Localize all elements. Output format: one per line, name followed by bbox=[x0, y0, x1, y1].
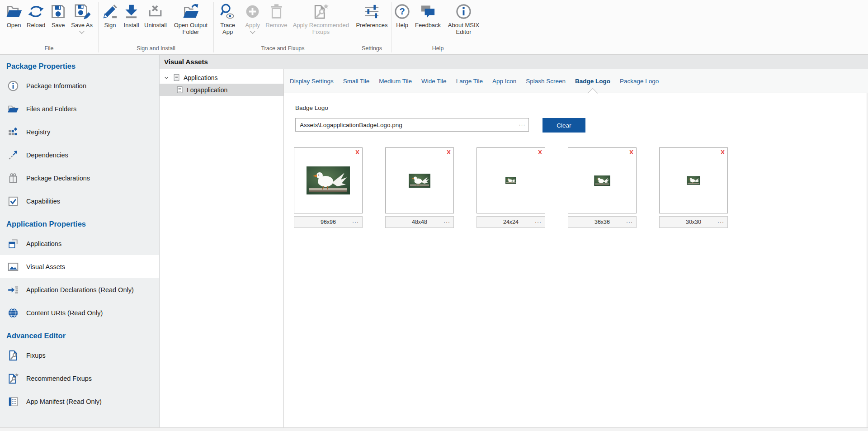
toolbar-button-label: Help bbox=[396, 22, 408, 28]
asset-size-label: 36x36 bbox=[594, 219, 610, 225]
toolbar-button-save[interactable]: Save bbox=[48, 2, 68, 29]
toolbar-button-apply[interactable]: Apply bbox=[242, 2, 263, 34]
toolbar-button-uninstall[interactable]: Uninstall bbox=[142, 2, 169, 29]
about-icon bbox=[455, 3, 472, 20]
toolbar-button-open-output-folder[interactable]: Open Output Folder bbox=[170, 2, 212, 36]
tab-package-logo[interactable]: Package Logo bbox=[620, 78, 659, 85]
tab-medium-tile[interactable]: Medium Tile bbox=[379, 78, 412, 85]
toolbar-button-help[interactable]: ?Help bbox=[392, 2, 412, 29]
visual-assets-icon bbox=[7, 261, 19, 273]
toolbar-button-reload[interactable]: Reload bbox=[25, 2, 47, 29]
sidebar-item-recommended-fixups[interactable]: Recommended Fixups bbox=[0, 367, 159, 390]
toolbar-button-remove[interactable]: Remove bbox=[264, 2, 289, 29]
tab-small-tile[interactable]: Small Tile bbox=[343, 78, 370, 85]
save-as-icon bbox=[74, 3, 90, 20]
asset-tab-bar: Display SettingsSmall TileMedium TileWid… bbox=[284, 69, 868, 93]
toolbar-button-feedback[interactable]: Feedback bbox=[413, 2, 443, 29]
sidebar-item-label: Fixups bbox=[26, 352, 46, 359]
tree-node-applications[interactable]: Applications bbox=[160, 71, 283, 84]
asset-card-48x48: X48x48··· bbox=[385, 147, 454, 228]
toolbar-button-label: Save bbox=[52, 22, 65, 28]
toolbar-button-preferences[interactable]: Preferences bbox=[354, 2, 389, 29]
remove-asset-icon[interactable]: X bbox=[538, 149, 542, 156]
toolbar-button-label: Trace App bbox=[216, 22, 240, 35]
dove-image bbox=[687, 176, 700, 185]
content-area: Display SettingsSmall TileMedium TileWid… bbox=[284, 69, 868, 427]
asset-options-icon[interactable]: ··· bbox=[352, 219, 359, 225]
toolbar-group-trace-and-fixups: Trace AppApplyRemoveApply Recommended Fi… bbox=[214, 0, 352, 54]
sidebar-section-package-properties: Package PropertiesPackage InformationFil… bbox=[0, 55, 159, 213]
sidebar-item-fixups[interactable]: Fixups bbox=[0, 344, 159, 367]
sidebar-section-advanced-editor: Advanced EditorFixupsRecommended FixupsA… bbox=[0, 324, 159, 413]
badge-logo-panel: Badge Logo ··· Clear X96x96··· bbox=[284, 93, 868, 427]
asset-options-icon[interactable]: ··· bbox=[443, 219, 450, 225]
remove-asset-icon[interactable]: X bbox=[355, 149, 359, 156]
toolbar-button-save-as[interactable]: Save As bbox=[69, 2, 94, 34]
toolbar-group-separator bbox=[484, 2, 484, 52]
toolbar-button-label: Open bbox=[7, 22, 21, 28]
toolbar-group-label: Sign and Install bbox=[99, 44, 213, 54]
sidebar-item-package-information[interactable]: Package Information bbox=[0, 74, 159, 97]
tab-splash-screen[interactable]: Splash Screen bbox=[526, 78, 566, 85]
recommended-fixups-icon bbox=[312, 3, 329, 20]
sidebar-item-application-declarations-read-only[interactable]: Application Declarations (Read Only) bbox=[0, 278, 159, 301]
dove-image bbox=[409, 174, 430, 188]
chevron-down-icon[interactable] bbox=[163, 75, 170, 81]
chevron-down-icon[interactable] bbox=[79, 28, 84, 33]
asset-options-icon[interactable]: ··· bbox=[535, 219, 542, 225]
asset-size-box[interactable]: 24x24··· bbox=[476, 216, 545, 228]
badge-logo-asset-cards: X96x96··· X48x48··· X24x24··· X36x36··· bbox=[294, 147, 728, 228]
asset-size-label: 96x96 bbox=[321, 219, 336, 225]
clear-button[interactable]: Clear bbox=[542, 118, 585, 133]
package-declarations-icon bbox=[7, 172, 19, 184]
sidebar-item-package-declarations[interactable]: Package Declarations bbox=[0, 166, 159, 189]
recommended-fixups-icon bbox=[7, 373, 19, 384]
tab-badge-logo[interactable]: Badge Logo bbox=[575, 78, 610, 85]
tree-node-logapplication[interactable]: Logapplication bbox=[160, 84, 283, 96]
sidebar-item-visual-assets[interactable]: Visual Assets bbox=[0, 255, 159, 278]
sidebar-item-applications[interactable]: Applications bbox=[0, 232, 159, 255]
sidebar-item-label: Files and Folders bbox=[26, 105, 76, 113]
toolbar-button-label: About MSIX Editor bbox=[445, 22, 482, 35]
toolbar-button-trace-app[interactable]: Trace App bbox=[214, 2, 241, 36]
toolbar-button-sign[interactable]: Sign bbox=[100, 2, 120, 29]
toolbar-button-apply-recommended-fixups[interactable]: Apply Recommended Fixups bbox=[290, 2, 352, 36]
remove-asset-icon[interactable]: X bbox=[629, 149, 633, 156]
toolbar-button-label: Install bbox=[124, 22, 139, 28]
sidebar-item-label: Registry bbox=[26, 128, 50, 136]
asset-options-icon[interactable]: ··· bbox=[626, 219, 633, 225]
tab-large-tile[interactable]: Large Tile bbox=[456, 78, 483, 85]
sidebar-item-label: App Manifest (Read Only) bbox=[26, 398, 102, 405]
remove-asset-icon[interactable]: X bbox=[447, 149, 451, 156]
chevron-down-icon[interactable] bbox=[250, 28, 255, 33]
toolbar-group-buttons: SignInstallUninstallOpen Output Folder bbox=[99, 0, 213, 44]
applications-tree-panel: Applications Logapplication bbox=[160, 69, 284, 427]
sidebar-item-files-and-folders[interactable]: Files and Folders bbox=[0, 97, 159, 120]
sidebar-item-app-manifest-read-only[interactable]: App Manifest (Read Only) bbox=[0, 390, 159, 413]
asset-preview: X bbox=[385, 147, 454, 213]
sidebar-item-content-uris-read-only[interactable]: Content URIs (Read Only) bbox=[0, 301, 159, 324]
open-folder-icon bbox=[5, 3, 22, 20]
asset-options-icon[interactable]: ··· bbox=[717, 219, 724, 225]
tab-wide-tile[interactable]: Wide Tile bbox=[421, 78, 447, 85]
asset-size-box[interactable]: 48x48··· bbox=[385, 216, 454, 228]
sidebar-item-capabilities[interactable]: Capabilities bbox=[0, 189, 159, 213]
badge-logo-path-input[interactable] bbox=[295, 118, 529, 132]
asset-size-box[interactable]: 96x96··· bbox=[294, 216, 363, 228]
sidebar-item-registry[interactable]: Registry bbox=[0, 120, 159, 143]
toolbar-button-label: Open Output Folder bbox=[171, 22, 210, 35]
remove-asset-icon[interactable]: X bbox=[721, 149, 725, 156]
sidebar-item-label: Applications bbox=[26, 240, 61, 247]
tab-display-settings[interactable]: Display Settings bbox=[290, 78, 334, 85]
toolbar-button-open[interactable]: Open bbox=[4, 2, 24, 29]
browse-ellipsis-button[interactable]: ··· bbox=[516, 118, 528, 131]
toolbar-button-install[interactable]: Install bbox=[121, 2, 142, 29]
toolbar-button-about-msix-editor[interactable]: About MSIX Editor bbox=[443, 2, 484, 36]
asset-size-box[interactable]: 36x36··· bbox=[568, 216, 637, 228]
fixups-icon bbox=[7, 350, 19, 361]
asset-size-box[interactable]: 30x30··· bbox=[659, 216, 728, 228]
sidebar-item-dependencies[interactable]: Dependencies bbox=[0, 143, 159, 166]
sidebar-item-label: Application Declarations (Read Only) bbox=[26, 286, 134, 294]
tab-app-icon[interactable]: App Icon bbox=[492, 78, 516, 85]
sidebar-section-heading: Package Properties bbox=[0, 62, 159, 74]
